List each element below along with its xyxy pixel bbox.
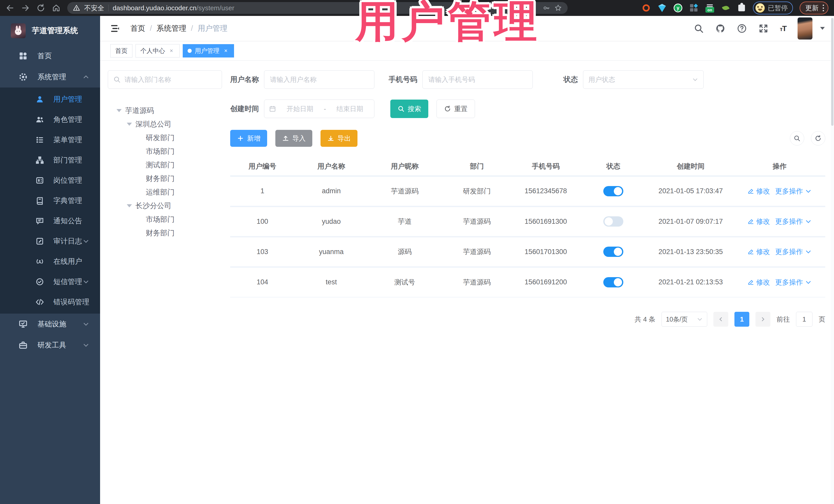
sidebar-item-error-code[interactable]: 错误码管理 bbox=[0, 292, 100, 312]
more-actions-link[interactable]: 更多操作 bbox=[775, 217, 812, 226]
browser-back-icon[interactable] bbox=[6, 4, 14, 12]
status-toggle[interactable] bbox=[603, 277, 623, 287]
prev-page-button[interactable] bbox=[714, 312, 728, 327]
sidebar-item-sms-mgmt[interactable]: 短信管理 bbox=[0, 271, 100, 292]
toggle-search-button[interactable] bbox=[790, 131, 804, 146]
edit-link[interactable]: 修改 bbox=[748, 217, 770, 226]
status-toggle[interactable] bbox=[603, 216, 623, 226]
sidebar-item-home[interactable]: 首页 bbox=[0, 45, 100, 66]
sidebar-item-dict-mgmt[interactable]: 字典管理 bbox=[0, 191, 100, 211]
tree-node[interactable]: 运维部门 bbox=[108, 185, 222, 199]
sidebar-item-menu-mgmt[interactable]: 菜单管理 bbox=[0, 130, 100, 150]
tree-node[interactable]: 市场部门 bbox=[108, 213, 222, 226]
sidebar-item-user-mgmt[interactable]: 用户管理 bbox=[0, 89, 100, 109]
browser-reload-icon[interactable] bbox=[37, 4, 45, 12]
sidebar-item-dept-mgmt[interactable]: 部门管理 bbox=[0, 150, 100, 170]
close-icon[interactable]: × bbox=[222, 47, 229, 54]
ext-grid-icon[interactable] bbox=[689, 3, 699, 13]
export-button[interactable]: 导出 bbox=[321, 130, 357, 147]
active-tab-dot bbox=[188, 49, 192, 53]
ext-orange-ring-icon[interactable] bbox=[641, 3, 651, 13]
address-bar[interactable]: 不安全 dashboard.yudao.iocoder.cn/system/us… bbox=[67, 2, 568, 14]
help-icon[interactable] bbox=[737, 23, 747, 34]
tab-home[interactable]: 首页 bbox=[110, 44, 132, 58]
scrollbar-thumb[interactable] bbox=[831, 18, 833, 126]
github-icon[interactable] bbox=[715, 23, 725, 34]
sidebar-item-notice[interactable]: 通知公告 bbox=[0, 211, 100, 231]
tree-node[interactable]: 市场部门 bbox=[108, 145, 222, 158]
security-label[interactable]: 不安全 bbox=[84, 4, 104, 13]
dept-search-input[interactable] bbox=[125, 76, 217, 84]
dept-search-box[interactable] bbox=[108, 70, 222, 89]
user-avatar[interactable] bbox=[797, 18, 812, 40]
search-button[interactable]: 搜索 bbox=[390, 100, 428, 118]
status-toggle[interactable] bbox=[603, 247, 623, 257]
date-start-placeholder[interactable]: 开始日期 bbox=[280, 105, 320, 113]
ext-on-switch-icon[interactable]: on bbox=[705, 3, 715, 13]
tree-node[interactable]: 财务部门 bbox=[108, 226, 222, 240]
sidebar-item-audit-log[interactable]: 审计日志 bbox=[0, 231, 100, 251]
more-actions-link[interactable]: 更多操作 bbox=[775, 278, 812, 287]
profile-paused-badge[interactable]: 已暂停 bbox=[753, 2, 793, 14]
breadcrumb-system[interactable]: 系统管理 bbox=[156, 23, 186, 34]
browser-update-button[interactable]: 更新 bbox=[799, 2, 828, 14]
tree-expand-icon[interactable] bbox=[127, 123, 132, 126]
edit-link[interactable]: 修改 bbox=[748, 247, 770, 256]
edit-link[interactable]: 修改 bbox=[748, 187, 770, 196]
sidebar-item-system[interactable]: 系统管理 bbox=[0, 66, 100, 88]
tree-node[interactable]: 测试部门 bbox=[108, 158, 222, 172]
create-time-label: 创建时间 bbox=[230, 104, 259, 114]
ext-leaf-icon[interactable] bbox=[721, 3, 730, 13]
page-size-select[interactable]: 10条/页 bbox=[662, 312, 707, 327]
sidebar-item-role-mgmt[interactable]: 角色管理 bbox=[0, 109, 100, 130]
browser-menu-icon[interactable] bbox=[822, 4, 824, 12]
tree-expand-icon[interactable] bbox=[116, 109, 122, 112]
refresh-table-button[interactable] bbox=[811, 131, 825, 146]
next-page-button[interactable] bbox=[755, 312, 770, 327]
status-select[interactable]: 用户状态 bbox=[583, 70, 704, 89]
ext-green-y-icon[interactable]: y bbox=[673, 3, 683, 13]
current-page-button[interactable]: 1 bbox=[734, 312, 749, 327]
more-actions-link[interactable]: 更多操作 bbox=[775, 187, 812, 196]
ext-blue-gem-icon[interactable] bbox=[657, 3, 667, 13]
username-input[interactable] bbox=[264, 70, 374, 89]
ext-puzzle-icon[interactable] bbox=[737, 3, 746, 13]
tree-node[interactable]: 财务部门 bbox=[108, 172, 222, 185]
goto-page-input[interactable] bbox=[796, 312, 812, 327]
tab-profile[interactable]: 个人中心 × bbox=[135, 44, 180, 58]
import-button[interactable]: 导入 bbox=[275, 130, 312, 147]
search-icon[interactable] bbox=[694, 23, 704, 34]
mobile-input[interactable] bbox=[422, 70, 533, 89]
search-icon bbox=[397, 105, 405, 112]
font-size-icon[interactable]: тT bbox=[780, 24, 786, 33]
bookmark-star-icon[interactable] bbox=[554, 4, 562, 12]
more-actions-link[interactable]: 更多操作 bbox=[775, 247, 812, 256]
add-button[interactable]: 新增 bbox=[230, 130, 267, 147]
status-toggle[interactable] bbox=[603, 186, 623, 196]
browser-forward-icon[interactable] bbox=[21, 4, 30, 12]
date-end-placeholder[interactable]: 结束日期 bbox=[330, 105, 370, 113]
sidebar-item-dev-tools[interactable]: 研发工具 bbox=[0, 335, 100, 356]
sidebar-item-post-mgmt[interactable]: 岗位管理 bbox=[0, 170, 100, 191]
app-title: 芋道管理系统 bbox=[32, 25, 78, 36]
tree-expand-icon[interactable] bbox=[127, 204, 132, 207]
tree-node[interactable]: 长沙分公司 bbox=[108, 199, 222, 213]
close-icon[interactable]: × bbox=[168, 47, 175, 54]
avatar-caret-icon[interactable] bbox=[820, 27, 825, 30]
tree-node[interactable]: 芋道源码 bbox=[108, 104, 222, 117]
date-range-picker[interactable]: 开始日期 - 结束日期 bbox=[264, 100, 374, 118]
tab-user-mgmt[interactable]: 用户管理 × bbox=[183, 44, 234, 58]
password-key-icon[interactable] bbox=[543, 4, 550, 12]
breadcrumb-home[interactable]: 首页 bbox=[130, 23, 145, 34]
sidebar-item-online-users[interactable]: 在线用户 bbox=[0, 251, 100, 271]
app-logo-row[interactable]: 芋道管理系统 bbox=[0, 16, 100, 45]
reset-button[interactable]: 重置 bbox=[437, 100, 475, 118]
page-scrollbar[interactable] bbox=[831, 16, 834, 504]
tree-node[interactable]: 研发部门 bbox=[108, 131, 222, 145]
tree-node[interactable]: 深圳总公司 bbox=[108, 117, 222, 131]
edit-link[interactable]: 修改 bbox=[748, 278, 770, 287]
fullscreen-icon[interactable] bbox=[758, 23, 769, 34]
sidebar-item-infrastructure[interactable]: 基础设施 bbox=[0, 313, 100, 335]
browser-home-icon[interactable] bbox=[52, 4, 61, 12]
collapse-sidebar-icon[interactable] bbox=[110, 23, 120, 34]
